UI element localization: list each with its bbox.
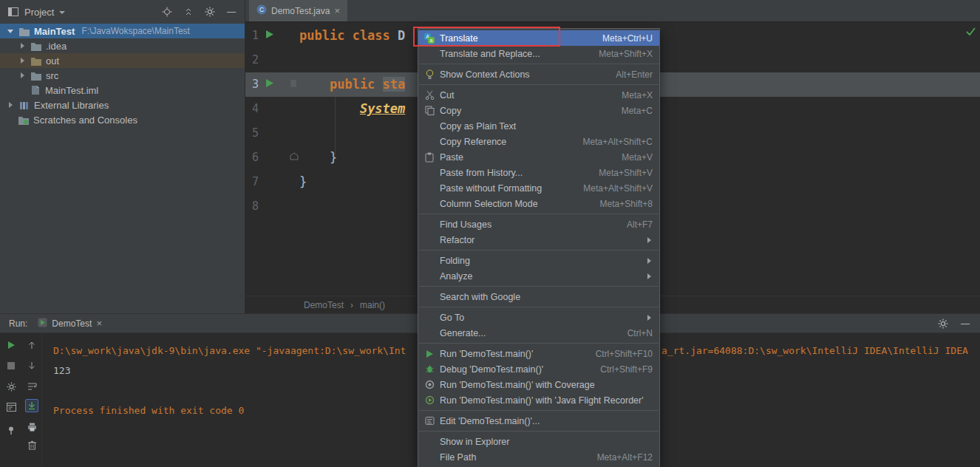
run-class-gutter-icon[interactable] (265, 30, 274, 39)
tree-item-scratches[interactable]: Scratches and Consoles (0, 112, 245, 127)
code-keyword: public class (299, 28, 398, 43)
menu-item-file-path[interactable]: File Path Meta+Alt+F12 (418, 449, 659, 465)
down-stack-icon[interactable] (25, 359, 38, 372)
menu-item-shortcut: Meta+Shift+V (599, 168, 653, 178)
menu-item-label: Show in Explorer (440, 437, 510, 447)
menu-separator (419, 307, 659, 307)
menu-item-column-selection-mode[interactable]: Column Selection Mode Meta+Shift+8 (418, 196, 659, 211)
menu-item-shortcut: Meta+Alt+Shift+C (583, 137, 653, 147)
code-indent (299, 101, 360, 116)
console-view-icon[interactable] (4, 400, 18, 414)
gear-icon[interactable] (937, 318, 949, 330)
menu-item-paste-from-history[interactable]: Paste from History... Meta+Shift+V (418, 165, 659, 180)
breadcrumb-separator: › (350, 300, 353, 310)
menu-item-search-with-google[interactable]: Search with Google (418, 289, 659, 304)
menu-item-analyze[interactable]: Analyze (418, 268, 659, 284)
inspections-ok-icon[interactable] (966, 25, 976, 38)
run-tab-demotest[interactable]: DemoTest × (38, 318, 102, 330)
tree-item-label: MainTest (34, 26, 75, 37)
menu-item-shortcut: Alt+F7 (627, 219, 653, 230)
soft-wrap-icon[interactable] (25, 380, 38, 393)
menu-item-copy[interactable]: Copy Meta+C (418, 103, 659, 118)
chevron-down-icon[interactable] (7, 30, 13, 33)
gear-icon[interactable] (204, 6, 216, 18)
chevron-down-icon[interactable] (59, 11, 65, 14)
menu-item-generate[interactable]: Generate... Ctrl+N (418, 325, 659, 341)
menu-item-label: Find Usages (440, 219, 491, 230)
menu-separator (419, 343, 659, 344)
menu-item-run-with-flight-recorder[interactable]: Run 'DemoTest.main()' with 'Java Flight … (418, 392, 659, 408)
menu-item-find-usages[interactable]: Find Usages Alt+F7 (418, 217, 659, 232)
scroll-to-end-icon[interactable] (25, 399, 38, 412)
chevron-right-icon[interactable] (21, 58, 24, 64)
menu-item-label: Folding (440, 256, 470, 266)
line-number: 2 (245, 48, 299, 72)
menu-item-edit-run-config[interactable]: Edit 'DemoTest.main()'... (418, 413, 659, 429)
stop-button[interactable] (4, 359, 18, 372)
ide-window: Project — MainTest F:\JavaWokspa (0, 0, 980, 467)
tree-item-label: out (46, 55, 59, 67)
project-panel-title[interactable]: Project (24, 7, 54, 18)
locate-file-icon[interactable] (161, 6, 173, 18)
folder-icon (30, 41, 42, 51)
tree-item-maintest[interactable]: MainTest F:\JavaWokspace\MainTest (0, 24, 245, 38)
caret-scope-marker-icon (290, 152, 299, 160)
trash-icon[interactable] (25, 438, 38, 451)
menu-item-go-to[interactable]: Go To (418, 310, 659, 325)
menu-item-label: Copy Reference (440, 137, 506, 147)
editor-context-menu: Aa Translate Meta+Ctrl+U Translate and R… (418, 28, 660, 467)
tree-item-external-libraries[interactable]: External Libraries (0, 98, 245, 112)
menu-item-folding[interactable]: Folding (418, 253, 659, 268)
project-panel: Project — MainTest F:\JavaWokspa (0, 0, 245, 313)
line-number: 7 (245, 170, 299, 194)
close-icon[interactable]: × (96, 318, 102, 328)
submenu-arrow-icon (647, 273, 651, 279)
tree-item-out[interactable]: out (0, 53, 245, 68)
settings-icon[interactable] (4, 380, 18, 393)
menu-item-run-with-coverage[interactable]: Run 'DemoTest.main()' with Coverage (418, 377, 659, 392)
blank-icon (422, 198, 437, 210)
chevron-right-icon[interactable] (21, 43, 24, 49)
menu-item-shortcut: Meta+Alt+Shift+V (583, 183, 653, 194)
collapse-all-icon[interactable] (183, 6, 194, 18)
menu-item-label: Run 'DemoTest.main()' with 'Java Flight … (440, 395, 644, 406)
lightbulb-icon (422, 69, 437, 81)
rerun-button[interactable] (4, 338, 18, 352)
menu-item-shortcut: Meta+Ctrl+U (602, 33, 653, 44)
breadcrumb-member[interactable]: main() (360, 300, 385, 310)
hide-panel-icon[interactable]: — (225, 6, 237, 18)
menu-item-run-main[interactable]: Run 'DemoTest.main()' Ctrl+Shift+F10 (418, 346, 659, 361)
chevron-right-icon[interactable] (21, 72, 24, 78)
menu-item-show-context-actions[interactable]: Show Context Actions Alt+Enter (418, 67, 659, 82)
chevron-right-icon[interactable] (9, 102, 13, 108)
menu-item-shortcut: Ctrl+N (627, 328, 653, 338)
menu-item-label: Analyze (440, 271, 472, 282)
folder-icon (18, 26, 30, 36)
breadcrumb-file[interactable]: DemoTest (304, 300, 344, 310)
menu-item-refactor[interactable]: Refactor (418, 232, 659, 248)
menu-item-paste-without-formatting[interactable]: Paste without Formatting Meta+Alt+Shift+… (418, 180, 659, 196)
tree-item-maintest-iml[interactable]: MainTest.iml (0, 83, 245, 98)
tree-item-src[interactable]: src (0, 68, 245, 83)
code-class-name: D (398, 28, 405, 43)
menu-item-shortcut: Meta+Shift+8 (600, 199, 653, 209)
menu-item-debug-main[interactable]: Debug 'DemoTest.main()' Ctrl+Shift+F9 (418, 361, 659, 377)
menu-item-paste[interactable]: Paste Meta+V (418, 149, 659, 165)
run-icon (422, 348, 437, 360)
editor-tab-demotest[interactable]: C DemoTest.java × (249, 0, 347, 21)
menu-item-copy-as-plain-text[interactable]: Copy as Plain Text (418, 118, 659, 134)
close-icon[interactable]: × (334, 6, 340, 16)
menu-item-cut[interactable]: Cut Meta+X (418, 87, 659, 103)
run-method-gutter-icon[interactable] (265, 78, 274, 88)
menu-item-translate-and-replace[interactable]: Translate and Replace... Meta+Shift+X (418, 46, 659, 61)
menu-item-show-in-explorer[interactable]: Show in Explorer (418, 434, 659, 449)
print-icon[interactable] (25, 420, 38, 434)
hide-panel-icon[interactable]: — (959, 318, 971, 330)
up-stack-icon[interactable] (25, 338, 38, 352)
menu-item-copy-reference[interactable]: Copy Reference Meta+Alt+Shift+C (418, 134, 659, 149)
pin-icon[interactable] (4, 423, 18, 437)
tree-item-idea[interactable]: .idea (0, 38, 245, 53)
blank-icon (422, 48, 437, 60)
blank-icon (422, 183, 437, 194)
menu-item-shortcut: Meta+Alt+F12 (597, 452, 653, 463)
